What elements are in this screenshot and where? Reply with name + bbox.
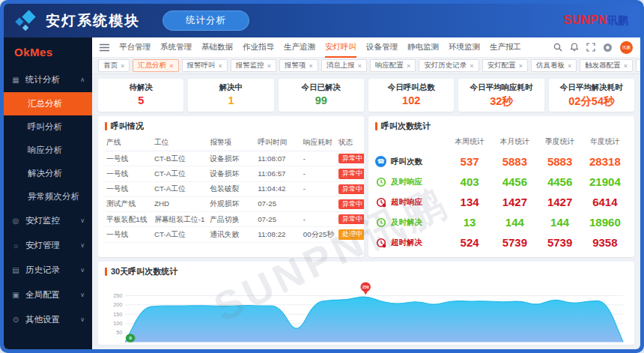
tab-响应配置[interactable]: 响应配置× [370, 59, 416, 72]
sidebar-group-安灯管理[interactable]: ☼安灯管理∨ [4, 233, 92, 258]
tab-close-icon[interactable]: × [624, 62, 628, 70]
table-cell: 产品切换 [208, 212, 256, 227]
tab-close-icon[interactable]: × [267, 62, 271, 70]
table-cell: 包装破裂 [208, 181, 256, 196]
sidebar-group-历史记录[interactable]: ▤历史记录∨ [4, 258, 92, 283]
stat-card-今日平均响应耗时: 今日平均响应耗时32秒 [458, 79, 544, 112]
sidebar-item-解决分析[interactable]: 解决分析 [4, 162, 92, 185]
min-value-marker: 0 [126, 334, 136, 343]
table-cell: 一号线 [105, 151, 153, 166]
cs-header-季度统计: 季度统计 [538, 135, 583, 151]
tab-触发器配置[interactable]: 触发器配置× [580, 59, 633, 72]
sidebar-group-其他设置[interactable]: ⊙其他设置∨ [4, 307, 92, 332]
table-cell: 00分25秒 [302, 227, 337, 242]
chevron-down-icon: ∨ [80, 292, 85, 298]
tab-close-icon[interactable]: × [309, 62, 313, 70]
svg-text:0: 0 [129, 336, 131, 340]
cs-value: 524 [447, 236, 492, 249]
cs-header-spacer [375, 140, 447, 147]
tab-close-icon[interactable]: × [169, 62, 173, 70]
sidebar-item-响应分析[interactable]: 响应分析 [4, 139, 92, 162]
y-tick-label: 100 [113, 321, 122, 326]
user-avatar[interactable]: 讯鹏 [620, 41, 633, 54]
table-cell [302, 196, 337, 211]
cs-value: 1427 [538, 196, 583, 208]
tab-close-icon[interactable]: × [519, 62, 523, 70]
tab-报警呼叫[interactable]: 报警呼叫× [182, 59, 228, 72]
table-cell: 通讯失败 [208, 227, 256, 242]
nav-item-静电监测[interactable]: 静电监测 [407, 37, 439, 58]
stat-label: 今日平均解决耗时 [550, 82, 633, 93]
sidebar-item-汇总分析[interactable]: 汇总分析 [4, 92, 92, 115]
tab-安灯配置[interactable]: 安灯配置× [482, 59, 528, 72]
table-cell-status: 处理中 [337, 227, 357, 242]
sidebar-group-label: 安灯监控 [25, 215, 60, 226]
max-value-marker: 250 [360, 282, 371, 295]
sidebar-group-统计分析[interactable]: ▦统计分析∧ [4, 67, 92, 92]
nav-item-基础数据[interactable]: 基础数据 [201, 37, 233, 58]
collapse-menu-icon[interactable] [100, 43, 109, 52]
clock-alert-icon [375, 196, 386, 208]
tab-仿真看板[interactable]: 仿真看板× [531, 59, 577, 72]
title-accent-bar [105, 122, 107, 130]
tab-close-icon[interactable]: × [358, 62, 362, 70]
stat-label: 今日已解决 [280, 82, 362, 93]
tab-label: 响应配置 [375, 61, 404, 70]
cs-value: 134 [447, 196, 492, 208]
table-cell: - [302, 151, 337, 166]
table-cell: 11:08:07 [256, 151, 302, 166]
tab-close-icon[interactable]: × [568, 62, 571, 70]
tab-close-icon[interactable]: × [470, 62, 473, 70]
table-row: 一号线CT-A工位通讯失败11:08:2200分25秒处理中 [105, 227, 357, 242]
cs-value: 5883 [538, 155, 583, 168]
table-cell: 11:06:57 [256, 166, 302, 181]
tab-close-icon[interactable]: × [219, 62, 222, 70]
search-icon[interactable] [553, 43, 562, 52]
bell-icon[interactable] [570, 43, 579, 52]
tab-报警监控[interactable]: 报警监控× [231, 59, 276, 72]
nav-item-平台管理[interactable]: 平台管理 [119, 37, 151, 58]
y-tick-label: 150 [113, 312, 122, 317]
cs-value: 28318 [583, 155, 628, 168]
tab-close-icon[interactable]: × [121, 62, 124, 70]
tab-消息上报[interactable]: 消息上报× [321, 59, 367, 72]
tab-首页[interactable]: 首页× [98, 59, 130, 72]
cs-value: 537 [447, 155, 492, 168]
title-accent-bar [375, 122, 377, 130]
tab-报警项[interactable]: 报警项× [279, 59, 318, 72]
nav-item-设备管理[interactable]: 设备管理 [366, 37, 398, 58]
sidebar-item-呼叫分析[interactable]: 呼叫分析 [4, 115, 92, 139]
stat-value: 5 [100, 94, 182, 106]
fullscreen-icon[interactable] [586, 43, 595, 52]
stat-value: 32秒 [460, 94, 542, 109]
status-badge: 异常中 [338, 214, 364, 224]
nav-item-作业指导[interactable]: 作业指导 [243, 37, 274, 58]
nav-item-系统管理[interactable]: 系统管理 [160, 37, 192, 58]
tab-bar: 首页×汇总分析×报警呼叫×报警监控×报警项×消息上报×响应配置×安灯历史记录×安… [92, 58, 640, 74]
tab-label: 报警项 [285, 61, 306, 70]
tab-安灯网关[interactable]: 安灯网关× [636, 59, 640, 72]
stat-label: 待解决 [100, 82, 182, 93]
nav-item-生产报工[interactable]: 生产报工 [490, 37, 521, 58]
cs-value: 5739 [492, 236, 537, 249]
nav-item-生产追溯[interactable]: 生产追溯 [284, 37, 315, 58]
sidebar-group-安灯监控[interactable]: ◎安灯监控∨ [4, 208, 92, 233]
cs-header-年度统计: 年度统计 [583, 135, 628, 151]
cs-value: 21904 [583, 175, 628, 188]
sidebar-group-全局配置[interactable]: ▣全局配置∨ [4, 283, 92, 307]
table-row: 一号线CT-A工位设备损坏11:06:57-异常中 [105, 166, 357, 181]
cs-header-本周统计: 本周统计 [447, 135, 492, 151]
sidebar-item-异常频次分析[interactable]: 异常频次分析 [4, 185, 92, 208]
tab-汇总分析[interactable]: 汇总分析× [133, 59, 178, 72]
table-cell: 外观损坏 [208, 196, 256, 211]
table-cell: ZHD [153, 196, 208, 211]
module-button-statistics[interactable]: 统计分析 [162, 10, 249, 31]
nav-item-环境监测[interactable]: 环境监测 [449, 37, 480, 58]
tab-安灯历史记录[interactable]: 安灯历史记录× [419, 59, 479, 72]
gear-icon[interactable] [603, 43, 613, 52]
stat-label: 解决中 [189, 82, 272, 93]
tab-close-icon[interactable]: × [407, 62, 410, 70]
cs-row-label-超时响应: 超时响应 [375, 192, 447, 212]
cs-row-label-超时解决: 超时解决 [375, 232, 447, 253]
nav-item-安灯呼叫[interactable]: 安灯呼叫 [325, 37, 356, 58]
